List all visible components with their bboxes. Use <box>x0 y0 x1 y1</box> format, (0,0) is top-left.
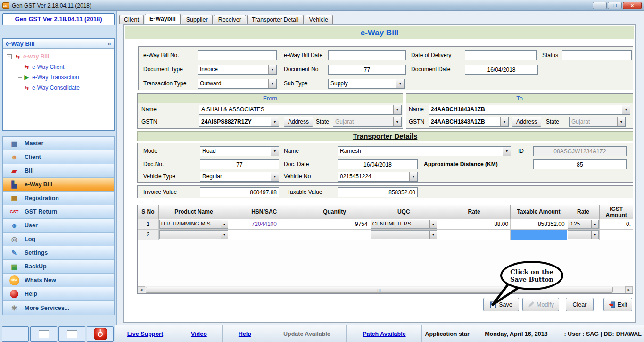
sidebar-item-master[interactable]: ▤ Master <box>3 137 114 150</box>
from-address-button[interactable]: Address <box>284 117 313 127</box>
cell-rate[interactable]: 88.00 <box>438 219 511 229</box>
panel-collapse-icon[interactable]: « <box>108 40 111 47</box>
chevron-down-icon[interactable]: ▼ <box>591 220 598 228</box>
cell-product-select[interactable]: ▼ <box>159 230 229 240</box>
chevron-down-icon[interactable]: ▼ <box>503 147 511 156</box>
chevron-down-icon[interactable]: ▼ <box>429 231 437 239</box>
clear-button[interactable]: Clear <box>566 298 594 311</box>
invoice-value-input[interactable] <box>200 187 279 197</box>
cell-igst-amount[interactable] <box>600 230 633 240</box>
to-gstn-select[interactable]: 24AABCH1843A1ZB▼ <box>429 117 509 127</box>
chevron-down-icon[interactable]: ▼ <box>409 172 417 181</box>
sub-type-select[interactable]: Supply▼ <box>328 79 405 89</box>
chevron-down-icon[interactable]: ▼ <box>429 220 437 228</box>
tree-item-eway-client[interactable]: ⇆ e-Way Client <box>13 62 112 72</box>
collapse-left-panel-button[interactable] <box>30 326 57 342</box>
tree-item-eway-transaction[interactable]: ▶ e-Way Transaction <box>13 72 112 83</box>
transporter-doc-no-input[interactable] <box>200 159 279 169</box>
cell-uqc-select[interactable]: ▼ <box>370 230 438 240</box>
close-button[interactable]: ✕ <box>623 2 642 9</box>
sidebar-item-backup[interactable]: ▦ BackUp <box>3 260 114 274</box>
live-support-link[interactable]: Live Support <box>115 325 175 342</box>
status-input[interactable] <box>562 50 632 60</box>
tree-root-eway-bill[interactable]: − ⇆ e-way Bill <box>7 51 112 62</box>
cell-taxable-amount[interactable]: 858352.00 <box>511 219 567 229</box>
scroll-right-icon[interactable]: ► <box>625 286 633 293</box>
ewb-date-input[interactable] <box>328 50 406 60</box>
sidebar-item-help[interactable]: Help <box>3 287 114 301</box>
transaction-type-select[interactable]: Outward▼ <box>198 79 277 89</box>
sidebar-item-gst-return[interactable]: GST GST Return <box>3 205 114 219</box>
tab-transporter-detail[interactable]: Transporter Detail <box>247 15 304 24</box>
help-link[interactable]: Help <box>223 325 267 342</box>
chevron-down-icon[interactable]: ▼ <box>268 79 276 88</box>
cell-quantity[interactable]: 9754 <box>299 219 370 229</box>
chevron-down-icon[interactable]: ▼ <box>271 147 279 156</box>
taxable-value-input[interactable] <box>338 187 418 197</box>
from-name-select[interactable]: A SHAH & ASSOCIATES▼ <box>199 105 402 115</box>
distance-input[interactable] <box>533 159 627 169</box>
sidebar-item-client[interactable]: ☻ Client <box>3 150 114 164</box>
sidebar-item-whats-new[interactable]: NEW Whats New <box>3 274 114 287</box>
sidebar-splitter[interactable]: ····· <box>0 132 116 136</box>
cell-quantity[interactable] <box>299 230 370 240</box>
chevron-down-icon[interactable]: ▼ <box>221 231 228 239</box>
chevron-down-icon[interactable]: ▼ <box>622 105 630 114</box>
transporter-name-select[interactable]: Ramesh▼ <box>338 146 511 156</box>
patch-available-link[interactable]: Patch Available <box>347 325 422 342</box>
save-button[interactable]: Save <box>483 298 519 311</box>
tree-expander-icon[interactable]: − <box>7 54 12 59</box>
vehicle-type-select[interactable]: Regular▼ <box>200 172 279 182</box>
cell-hsn[interactable]: 72044100 <box>229 219 299 229</box>
cell-taxable-amount-selected[interactable] <box>511 230 567 240</box>
tab-vehicle[interactable]: Vehicle <box>305 15 333 24</box>
tab-e-waybill[interactable]: E-Waybill <box>145 14 181 24</box>
tab-client[interactable]: Client <box>119 15 144 24</box>
tab-supplier[interactable]: Supplier <box>182 15 213 24</box>
delivery-date-input[interactable] <box>465 50 537 60</box>
cell-uqc-select[interactable]: CENTIMETERS▼ <box>370 219 438 229</box>
chevron-down-icon[interactable]: ▼ <box>396 79 404 88</box>
chevron-down-icon[interactable]: ▼ <box>271 117 279 126</box>
cell-igst-amount[interactable]: 0. <box>600 219 633 229</box>
video-link[interactable]: Video <box>175 325 223 342</box>
cell-gst-rate-select[interactable]: ▼ <box>567 230 600 240</box>
sidebar-item-more-services[interactable]: ✱ More Services... <box>3 301 114 315</box>
sidebar-item-settings[interactable]: ✎ Settings <box>3 246 114 260</box>
chevron-down-icon[interactable]: ▼ <box>268 65 276 74</box>
sidebar-item-user[interactable]: ☻ User <box>3 219 114 233</box>
chevron-down-icon[interactable]: ▼ <box>500 117 508 126</box>
mode-select[interactable]: Road▼ <box>200 146 279 156</box>
horizontal-scrollbar[interactable]: ◄ ||| ► <box>138 286 633 293</box>
document-no-input[interactable] <box>328 65 406 75</box>
sidebar-item-eway-bill[interactable]: ▙ e-Way Bill <box>3 178 114 192</box>
to-address-button[interactable]: Address <box>512 117 541 127</box>
scrollbar-thumb[interactable]: ||| <box>146 287 613 293</box>
power-button[interactable] <box>87 326 114 342</box>
sidebar-item-registration[interactable]: ▦ Registration <box>3 192 114 205</box>
scroll-left-icon[interactable]: ◄ <box>138 286 145 293</box>
vehicle-no-select[interactable]: 0215451224▼ <box>338 172 418 182</box>
chevron-down-icon[interactable]: ▼ <box>393 105 401 114</box>
tab-receiver[interactable]: Receiver <box>214 15 246 24</box>
from-gstn-select[interactable]: 24AISPS8827R1ZY▼ <box>199 117 279 127</box>
sidebar-item-bill[interactable]: ▰ Bill <box>3 164 114 178</box>
cell-gst-rate-select[interactable]: 0.25▼ <box>567 219 600 229</box>
exit-button[interactable]: Exit <box>603 298 632 311</box>
collapse-right-panel-button[interactable] <box>58 326 85 342</box>
ewb-no-input[interactable] <box>198 50 277 60</box>
to-name-select[interactable]: 24AABCH1843A1ZB▼ <box>429 105 630 115</box>
blank-button[interactable] <box>2 326 29 342</box>
transporter-doc-date-input[interactable] <box>338 159 418 169</box>
minimize-button[interactable]: — <box>593 2 607 9</box>
tree-item-eway-consolidate[interactable]: ⇆ e-Way Consolidate <box>13 83 112 93</box>
cell-hsn[interactable] <box>229 230 299 240</box>
sidebar-item-log[interactable]: ◎ Log <box>3 233 114 246</box>
cell-rate[interactable] <box>438 230 511 240</box>
cell-product-select[interactable]: H.R TRIMMING M.S....▼ <box>159 219 229 229</box>
chevron-down-icon[interactable]: ▼ <box>221 220 228 228</box>
modify-button[interactable]: Modify <box>522 298 559 311</box>
document-type-select[interactable]: Invoice▼ <box>198 65 277 75</box>
chevron-down-icon[interactable]: ▼ <box>271 172 279 181</box>
chevron-down-icon[interactable]: ▼ <box>591 231 598 239</box>
